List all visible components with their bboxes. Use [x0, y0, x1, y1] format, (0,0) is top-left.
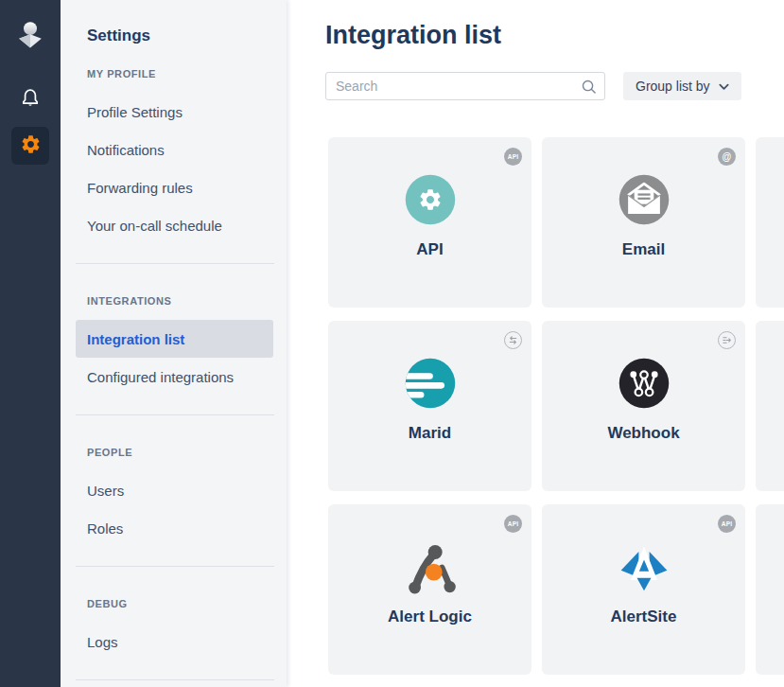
- section-heading-people: PEOPLE: [61, 433, 287, 471]
- sidebar-item-configured-integrations[interactable]: Configured integrations: [76, 358, 273, 396]
- integration-card-label: Webhook: [607, 424, 679, 443]
- sidebar-item-on-call-schedule[interactable]: Your on-call schedule: [76, 206, 273, 244]
- integration-type-badge: @: [718, 148, 736, 166]
- outgoing-arrow-badge: [718, 331, 736, 349]
- integration-card-partial[interactable]: [756, 504, 784, 675]
- main-content: Integration list Group list by: [287, 0, 784, 687]
- toolbar: Group list by: [325, 72, 784, 100]
- integration-type-badge: API: [504, 515, 522, 533]
- integration-card-email[interactable]: @Email: [542, 137, 745, 308]
- section-heading-integrations: INTEGRATIONS: [61, 282, 287, 320]
- sidebar-item-profile-settings[interactable]: Profile Settings: [76, 93, 273, 131]
- sidebar-item-notifications[interactable]: Notifications: [76, 131, 273, 168]
- sidebar-divider: [76, 566, 274, 567]
- marid-stream-icon: [402, 355, 459, 412]
- section-heading-debug: DEBUG: [61, 585, 287, 623]
- integration-card-marid[interactable]: Marid: [328, 321, 531, 491]
- settings-gear-button[interactable]: [11, 127, 49, 165]
- group-list-by-button[interactable]: Group list by: [623, 72, 741, 100]
- integration-card-partial[interactable]: [756, 321, 784, 491]
- alert-logic-logo-icon: [402, 538, 459, 595]
- chevron-down-icon: [719, 79, 729, 94]
- app-window: Settings MY PROFILE Profile Settings Not…: [0, 0, 784, 687]
- badge-label: API: [508, 520, 518, 527]
- integration-card-alert-logic[interactable]: APIAlert Logic: [328, 504, 531, 675]
- sidebar-title: Settings: [61, 17, 287, 55]
- integration-card-alertsite[interactable]: APIAlertSite: [542, 504, 745, 675]
- integration-card-webhook[interactable]: Webhook: [542, 321, 745, 491]
- page-title: Integration list: [325, 21, 784, 49]
- person-logo-icon[interactable]: [13, 19, 47, 55]
- integration-card-api[interactable]: APIAPI: [328, 137, 531, 308]
- settings-sidebar: Settings MY PROFILE Profile Settings Not…: [61, 0, 287, 687]
- sidebar-item-users[interactable]: Users: [76, 471, 273, 509]
- badge-label: API: [722, 520, 732, 527]
- sidebar-divider: [76, 414, 274, 415]
- webhook-icon: [616, 355, 672, 412]
- integration-card-label: Email: [622, 240, 665, 259]
- bell-icon: [19, 87, 42, 114]
- gear-icon: [20, 133, 42, 159]
- alertsite-logo-icon: [616, 538, 672, 595]
- integration-type-badge: API: [504, 148, 522, 166]
- badge-label: @: [723, 151, 732, 162]
- section-heading-my-profile: MY PROFILE: [61, 55, 287, 93]
- integration-card-partial[interactable]: [756, 137, 784, 308]
- gear-teal-icon: [402, 171, 459, 228]
- badge-label: API: [508, 153, 518, 160]
- swap-arrows-badge: [504, 331, 522, 349]
- envelope-gray-icon: [616, 171, 672, 228]
- sidebar-item-logs[interactable]: Logs: [76, 623, 273, 661]
- sidebar-item-forwarding-rules[interactable]: Forwarding rules: [76, 168, 273, 206]
- app-icon-rail: [0, 0, 61, 687]
- integration-grid: APIAPI@EmailMaridWebhookAPIAlert LogicAP…: [328, 137, 784, 675]
- search-icon: [581, 79, 597, 98]
- search-box: [325, 72, 605, 100]
- sidebar-item-roles[interactable]: Roles: [76, 509, 273, 547]
- integration-card-label: Alert Logic: [388, 608, 472, 626]
- search-input[interactable]: [325, 72, 605, 100]
- integration-card-label: AlertSite: [611, 608, 677, 626]
- sidebar-divider: [76, 679, 274, 680]
- integration-card-label: API: [416, 240, 443, 259]
- integration-type-badge: API: [718, 515, 736, 533]
- integration-card-label: Marid: [409, 424, 451, 443]
- notifications-bell-button[interactable]: [11, 81, 49, 119]
- sidebar-divider: [76, 263, 274, 264]
- group-list-by-label: Group list by: [636, 79, 710, 94]
- sidebar-item-integration-list[interactable]: Integration list: [76, 320, 273, 358]
